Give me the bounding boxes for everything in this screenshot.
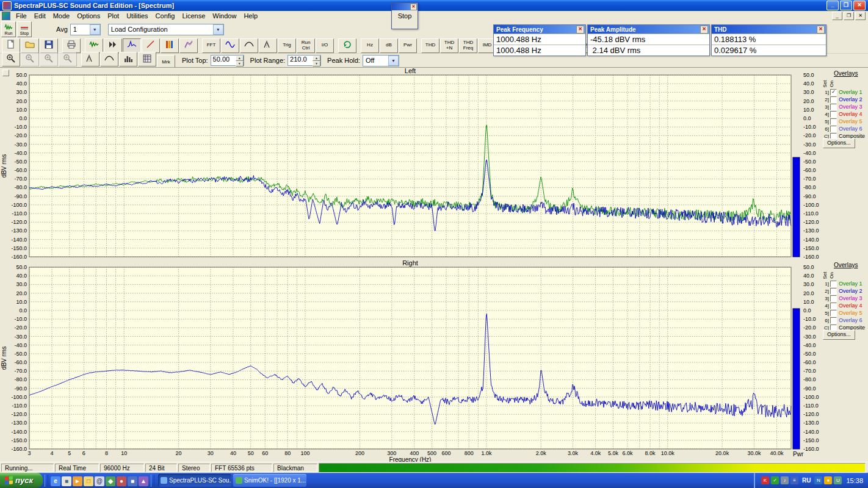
overlay-set-button-3[interactable]: 3]: [822, 104, 829, 110]
maximize-button[interactable]: ❐: [840, 1, 852, 10]
overlay-checkbox-5[interactable]: [830, 118, 837, 125]
peak-hold-dropdown-arrow-icon[interactable]: ▼: [388, 56, 399, 66]
menu-options[interactable]: Options: [73, 12, 104, 20]
quicklaunch-handle[interactable]: [45, 475, 48, 487]
plot-area[interactable]: [29, 267, 791, 449]
overlay-set-button-2[interactable]: 2]: [822, 289, 829, 294]
overlay-checkbox-6[interactable]: [830, 126, 837, 132]
readout-title-peak-amplitude[interactable]: Peak Amplitude✕: [588, 25, 709, 34]
units-pwr-button[interactable]: Pwr: [399, 38, 417, 53]
save-button[interactable]: [40, 38, 58, 53]
plot-top-up-icon[interactable]: ▲: [236, 56, 244, 61]
menu-help[interactable]: Help: [240, 12, 261, 20]
language-indicator[interactable]: RU: [800, 477, 812, 484]
open-button[interactable]: [21, 38, 39, 53]
menu-utilities[interactable]: Utilities: [123, 12, 151, 20]
taskbar-task-1[interactable]: SpectraPLUS-SC Sou...: [158, 474, 231, 487]
overlay-set-button-1[interactable]: 1]: [822, 90, 829, 95]
peak-hold-select[interactable]: Off ▼: [363, 55, 399, 66]
display-icon[interactable]: ≡: [790, 476, 798, 484]
units-db-button[interactable]: dB: [380, 38, 398, 53]
overlay-set-button-6[interactable]: 6]: [822, 318, 829, 323]
overlay-checkbox-1[interactable]: ✓: [830, 89, 837, 96]
mdi-close-button[interactable]: ✕: [855, 12, 866, 20]
zoom-x-button[interactable]: [40, 52, 58, 66]
print-button[interactable]: [62, 38, 81, 53]
overlay-checkbox-4[interactable]: [830, 111, 837, 118]
bar-display-button[interactable]: [119, 52, 137, 66]
left-channel-plot[interactable]: -160.0-160.0-150.0-150.0-140.0-140.0-130…: [0, 68, 822, 260]
menu-config[interactable]: Config: [152, 12, 179, 20]
internet-explorer-icon[interactable]: e: [51, 476, 60, 486]
update-icon[interactable]: ●: [824, 476, 832, 484]
right-channel-plot[interactable]: -160.0-160.0-150.0-150.0-140.0-140.0-130…: [0, 260, 822, 462]
antivirus-icon[interactable]: K: [761, 476, 769, 484]
plot-range-up-icon[interactable]: ▲: [313, 56, 320, 61]
stop-window-close-icon[interactable]: ✕: [410, 4, 417, 10]
run-button[interactable]: Run: [1, 21, 16, 37]
overlay-checkbox-1[interactable]: [830, 281, 837, 287]
units-hz-button[interactable]: Hz: [361, 38, 379, 53]
surface-view-button[interactable]: [179, 38, 198, 53]
readout-close-icon[interactable]: ✕: [700, 26, 708, 34]
readout-title-thd[interactable]: THD✕: [712, 25, 826, 34]
menu-license[interactable]: License: [178, 12, 209, 20]
readout-title-peak-frequency[interactable]: Peak Frequency✕: [494, 25, 585, 34]
overlay-set-button-5[interactable]: 5]: [822, 119, 829, 124]
overlay-set-button-3[interactable]: 3]: [822, 296, 829, 301]
mdi-minimize-button[interactable]: _: [832, 12, 842, 20]
usb-icon[interactable]: U: [834, 476, 842, 484]
mail-icon[interactable]: @: [95, 476, 104, 486]
app-blue-icon[interactable]: ■: [128, 476, 137, 486]
grid-toggle-button[interactable]: [138, 52, 156, 66]
io-device-button[interactable]: I/O: [316, 38, 334, 53]
overlay-checkbox-2[interactable]: [830, 96, 837, 103]
overlay-checkbox-3[interactable]: [830, 295, 837, 302]
overlay-set-button-1[interactable]: 1]: [822, 281, 829, 287]
thd-button[interactable]: THD: [421, 38, 439, 53]
start-button[interactable]: пуск: [0, 473, 43, 488]
plot-top-down-icon[interactable]: ▼: [236, 61, 244, 66]
media-player-icon[interactable]: ►: [73, 476, 82, 486]
avg-dropdown-arrow-icon[interactable]: ▼: [90, 24, 100, 35]
spectrum-view-button[interactable]: [123, 38, 141, 53]
menu-mode[interactable]: Mode: [49, 12, 74, 20]
time-series-view-button[interactable]: [85, 38, 103, 53]
plot-top-spinner[interactable]: 50.00 ▲▼: [211, 55, 244, 66]
zoom-out-button[interactable]: [21, 52, 39, 66]
stop-window-button[interactable]: Stop: [392, 10, 418, 20]
shield-icon[interactable]: ✓: [771, 476, 779, 484]
phase-view-button[interactable]: [142, 38, 160, 53]
overlay-set-button-4[interactable]: 4]: [822, 112, 829, 117]
spectrogram-view-button[interactable]: [161, 38, 179, 53]
network-icon[interactable]: N: [814, 476, 822, 484]
overlay-checkbox-5[interactable]: [830, 310, 837, 317]
avg-select[interactable]: 1 ▼: [70, 24, 101, 35]
menu-plot[interactable]: Plot: [104, 12, 123, 20]
configuration-combo[interactable]: Load Configuration ▼: [108, 24, 224, 35]
mdi-restore-button[interactable]: ❐: [844, 12, 854, 20]
overlay-checkbox-3[interactable]: [830, 104, 837, 110]
smooth-curve-button[interactable]: [100, 52, 118, 66]
trigger-button[interactable]: Trig: [278, 38, 296, 53]
run-control-button[interactable]: Run Ctrl: [297, 38, 315, 53]
smoothing-button[interactable]: [240, 38, 258, 53]
plot-range-spinner[interactable]: 210.0 ▲▼: [288, 55, 321, 66]
overlay-checkbox-2[interactable]: [830, 288, 837, 295]
overlay-checkbox-4[interactable]: [830, 303, 837, 309]
fft-settings-button[interactable]: FFT: [202, 38, 220, 53]
minimize-button[interactable]: _: [826, 1, 839, 10]
taskbar-task-2[interactable]: SnimOK! - [[1920 x 1...: [233, 474, 306, 487]
tasks-handle[interactable]: [151, 475, 154, 487]
menu-window[interactable]: Window: [209, 12, 240, 20]
configuration-dropdown-arrow-icon[interactable]: ▼: [213, 24, 223, 35]
stop-button[interactable]: Stop: [17, 21, 32, 37]
app-red-icon[interactable]: ●: [117, 476, 126, 486]
peak-tool-button[interactable]: [259, 38, 277, 53]
close-button[interactable]: ✕: [853, 1, 866, 10]
menu-file[interactable]: File: [12, 12, 31, 20]
overlays-options-button[interactable]: Options...: [823, 138, 855, 148]
app-purple-icon[interactable]: ▲: [139, 476, 148, 486]
app-green-icon[interactable]: ◆: [106, 476, 115, 486]
new-button[interactable]: [2, 38, 20, 53]
